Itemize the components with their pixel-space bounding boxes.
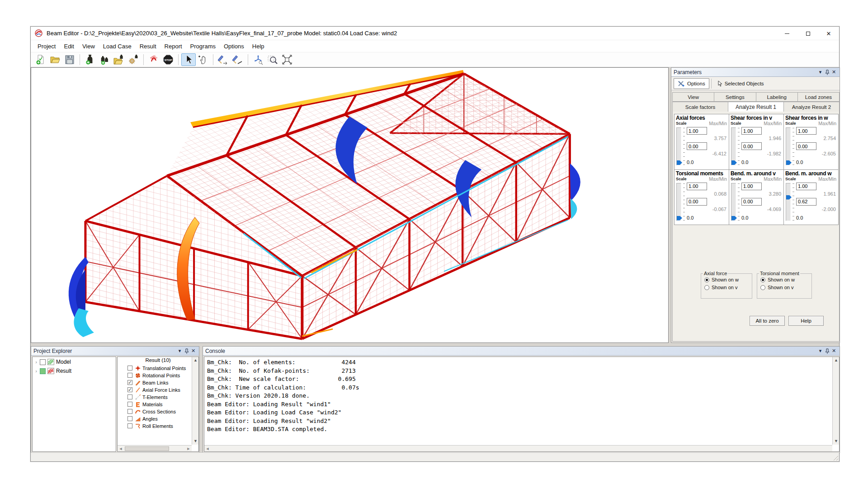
close-panel-icon[interactable]: ✕ [190,347,197,354]
scale-slider[interactable] [786,183,791,221]
add-load-cases-icon[interactable] [97,53,112,66]
zoom-window-tool-icon[interactable] [265,53,280,66]
load-case-settings-icon[interactable] [126,53,141,66]
pin-icon[interactable] [824,347,830,354]
model-3d-viewport[interactable] [31,67,669,343]
list-item-angles[interactable]: Angles [118,415,198,422]
menu-result[interactable]: Result [136,42,160,51]
tab-analyze-result-2[interactable]: Analyze Result 2 [784,102,840,112]
scroll-down-icon[interactable]: ▼ [192,438,199,445]
offset-value-input[interactable] [741,198,762,206]
radio-torsional-shown-on-w[interactable]: Shown on w [760,277,811,282]
result-checkbox[interactable] [40,368,46,374]
list-horizontal-scrollbar[interactable]: ◄ ► [118,445,192,451]
slider-thumb[interactable] [786,160,792,165]
model-checkbox[interactable] [40,359,46,365]
line-tool-icon[interactable] [231,53,245,66]
tab-labeling[interactable]: Labeling [756,92,798,102]
tab-selected-objects[interactable]: Selected Objects [713,78,768,89]
item-checkbox[interactable] [127,366,132,371]
item-checkbox[interactable] [127,409,132,414]
pin-icon[interactable] [183,347,190,354]
panel-menu-icon[interactable]: ▾ [817,347,824,354]
radio-torsional-shown-on-v[interactable]: Shown on v [760,285,811,290]
expander-icon[interactable]: › [33,359,40,365]
list-item-cross-sections[interactable]: Cross Sections [118,408,198,415]
menu-project[interactable]: Project [33,42,60,51]
pin-icon[interactable] [824,69,830,75]
scroll-up-icon[interactable]: ▲ [833,357,840,364]
close-panel-icon[interactable]: ✕ [830,347,837,354]
item-checkbox[interactable] [127,373,132,378]
pan-tool-icon[interactable] [196,53,210,66]
measure-tool-icon[interactable] [216,53,231,66]
minimize-button[interactable] [777,27,797,40]
maximize-button[interactable] [797,27,818,40]
scale-value-input[interactable] [796,127,816,135]
scale-value-input[interactable] [687,183,707,190]
open-project-icon[interactable] [48,53,62,66]
help-button[interactable]: Help [788,316,824,326]
radio-icon[interactable] [760,285,765,290]
offset-value-input[interactable] [687,142,707,150]
save-project-icon[interactable] [62,53,77,66]
scale-slider[interactable] [731,127,736,165]
menu-report[interactable]: Report [160,42,186,51]
tab-view[interactable]: View [672,92,714,102]
menu-view[interactable]: View [78,42,99,51]
stop-calculation-icon[interactable]: STOP [161,53,175,66]
item-checkbox[interactable] [127,423,132,428]
list-item-axial-force-links[interactable]: Axial Force Links [118,386,198,393]
scroll-left-icon[interactable]: ◄ [204,446,211,452]
item-checkbox[interactable] [127,394,132,399]
load-case-folder-icon[interactable] [112,53,126,66]
scale-slider[interactable] [676,127,681,165]
offset-value-input[interactable] [687,198,707,206]
tab-load-zones[interactable]: Load zones [798,92,840,102]
list-item-beam-links[interactable]: Beam Links [118,379,198,386]
fit-view-tool-icon[interactable] [280,53,294,66]
tab-scale-factors[interactable]: Scale factors [672,102,728,112]
expander-icon[interactable]: › [33,368,40,374]
list-item-materials[interactable]: Materials [118,401,198,408]
item-checkbox[interactable] [127,416,132,421]
item-checkbox[interactable] [127,380,132,385]
scroll-left-icon[interactable]: ◄ [118,446,124,452]
scroll-down-icon[interactable]: ▼ [833,438,840,445]
scroll-thumb[interactable] [125,446,169,451]
panel-menu-icon[interactable]: ▾ [176,347,183,354]
scroll-right-icon[interactable]: ► [185,446,192,452]
radio-axial-shown-on-w[interactable]: Shown on w [704,277,752,282]
resize-grip[interactable] [832,455,838,460]
item-checkbox[interactable] [127,402,132,407]
scale-slider[interactable] [786,127,791,165]
slider-thumb[interactable] [677,216,682,221]
menu-help[interactable]: Help [248,42,269,51]
scale-slider[interactable] [676,183,681,221]
scale-value-input[interactable] [741,127,762,135]
show-result-surface-icon[interactable] [146,53,161,66]
scale-slider[interactable] [731,183,736,221]
scale-value-input[interactable] [741,183,762,190]
all-to-zero-button[interactable]: All to zero [750,316,785,326]
close-panel-icon[interactable]: ✕ [830,69,837,75]
tab-options[interactable]: Options [674,78,709,89]
new-project-icon[interactable] [33,53,48,66]
tab-settings[interactable]: Settings [714,92,756,102]
add-load-case-icon[interactable] [83,53,97,66]
radio-axial-shown-on-v[interactable]: Shown on v [704,285,752,290]
menu-options[interactable]: Options [220,42,248,51]
tab-analyze-result-1[interactable]: Analyze Result 1 [728,102,784,112]
offset-value-input[interactable] [796,142,816,150]
list-vertical-scrollbar[interactable]: ▲ ▼ [192,357,198,445]
scale-value-input[interactable] [796,183,816,190]
menu-programs[interactable]: Programs [186,42,220,51]
radio-icon[interactable] [704,285,709,290]
slider-thumb[interactable] [731,160,737,165]
list-item-rotational-points[interactable]: Rotational Points [118,372,198,379]
scroll-up-icon[interactable]: ▲ [192,357,199,364]
select-tool-icon[interactable] [181,53,196,66]
close-button[interactable]: ✕ [818,27,839,40]
panel-menu-icon[interactable]: ▾ [817,69,824,75]
offset-value-input[interactable] [741,142,762,150]
